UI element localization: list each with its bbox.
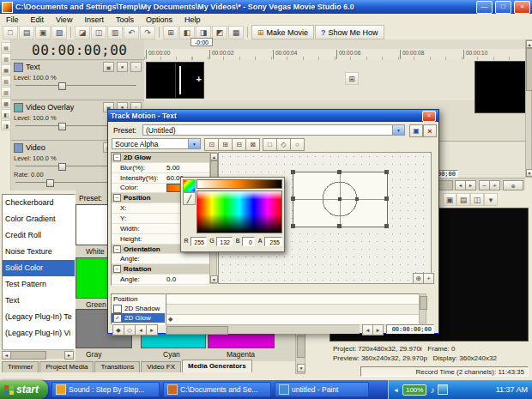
menu-tools[interactable]: Tools (110, 15, 140, 24)
properties-icon[interactable]: ▧ (51, 26, 67, 39)
cursor-position-flag[interactable]: -0:00 (190, 38, 213, 46)
taskbar-task-vegas[interactable]: C:\Documents and Se... (163, 382, 271, 397)
tray-collapse-icon[interactable]: ◄ (393, 387, 399, 393)
scroll-up-icon[interactable]: ▲ (526, 40, 532, 48)
prevent-y-movement-icon[interactable]: ◇ (276, 138, 291, 151)
undo-icon[interactable]: ↶ (124, 26, 139, 39)
track-fx-icon[interactable]: ▣ (103, 62, 114, 72)
menu-edit[interactable]: Edit (25, 15, 51, 24)
minimize-button[interactable]: — (476, 1, 493, 14)
window-titlebar[interactable]: C:\Documents and Settings\Temp\My Docume… (0, 0, 532, 14)
edit-tool-icon[interactable]: ▦ (228, 26, 244, 39)
paste-icon[interactable]: ▥ (107, 26, 123, 39)
scroll-right-icon[interactable]: ► (64, 351, 74, 360)
event-grid-icon[interactable]: ⊞ (345, 72, 359, 85)
list-item[interactable]: Test Pattern (3, 276, 75, 293)
color-space-icon[interactable] (183, 179, 196, 192)
insert-keyframe-icon[interactable]: ◆ (112, 324, 124, 336)
collapse-icon[interactable]: − (113, 154, 121, 161)
checkbox-2d-shadow[interactable] (113, 305, 122, 313)
pan-tool-icon[interactable]: + (423, 273, 434, 284)
kf-row-2d-shadow[interactable]: 2D Shadow (112, 304, 165, 313)
source-alpha-combobox[interactable]: Source Alpha ▼ (112, 138, 201, 149)
chevron-down-icon[interactable]: ▼ (188, 139, 200, 148)
maximize-button[interactable]: □ (495, 1, 511, 14)
edit-in-object-space-icon[interactable]: ⊡ (204, 138, 219, 151)
property-row-rotation-angle[interactable]: Angle:0.0 (112, 275, 209, 285)
prevent-scaling-icon[interactable]: ○ (290, 138, 305, 151)
taskbar-task-paint[interactable]: untitled - Paint (275, 382, 369, 397)
channel-r-input[interactable]: 255 (190, 237, 207, 246)
trimmer-icon[interactable]: ▥ (1, 53, 11, 63)
menu-help[interactable]: Help (178, 15, 207, 24)
track-header-text[interactable]: Text ▣ ● ▫ Level: 100.0 % (11, 60, 144, 100)
new-project-icon[interactable]: □ (3, 26, 18, 39)
media-pool-icon[interactable]: ▦ (1, 64, 11, 75)
checkbox-2d-glow[interactable]: ✓ (113, 314, 122, 323)
prev-keyframe-icon[interactable]: ◄ (135, 324, 147, 336)
chevron-down-icon[interactable]: ▼ (392, 125, 404, 135)
dialog-titlebar[interactable]: Track Motion - Text × (108, 110, 438, 122)
scroll-up-icon[interactable]: ▲ (210, 153, 218, 160)
collapse-icon[interactable]: − (113, 245, 121, 253)
lock-aspect-ratio-icon[interactable]: ⊠ (245, 138, 260, 151)
taskbar-task-sound[interactable]: Sound : Step By Step... (51, 382, 160, 397)
explorer-icon[interactable]: ▤ (1, 42, 11, 52)
tab-project-media[interactable]: Project Media (39, 361, 94, 372)
transitions-icon[interactable]: ▧ (1, 76, 11, 86)
menu-view[interactable]: View (50, 15, 78, 24)
save-preset-button[interactable]: ▣ (409, 124, 423, 137)
next-keyframe-icon[interactable]: ► (146, 324, 158, 336)
eyedropper-icon[interactable]: ╱ (183, 192, 196, 205)
channel-a-input[interactable]: 255 (264, 237, 282, 246)
close-button[interactable]: × (514, 1, 530, 14)
property-row-blur[interactable]: Blur(%):5.00 (112, 163, 209, 173)
scroll-down-icon[interactable]: ▼ (210, 275, 218, 283)
tab-video-fx[interactable]: Video FX (141, 361, 181, 372)
property-row-orientation-angle[interactable]: Angle: (112, 254, 209, 264)
kf-row-position[interactable]: Position (112, 294, 165, 304)
keyframe-lanes[interactable]: ◆ (166, 293, 420, 325)
collapse-icon[interactable]: − (113, 194, 121, 202)
move-handle-icon[interactable]: + (196, 74, 202, 84)
video-preview-icon[interactable]: ◨ (1, 120, 11, 130)
zoom-in-icon[interactable]: + (489, 180, 500, 190)
value-gradient-slider[interactable] (196, 179, 282, 189)
list-item[interactable]: Checkerboard (3, 195, 75, 211)
menu-options[interactable]: Options (140, 15, 178, 24)
solo-icon[interactable]: ▫ (130, 62, 142, 72)
rotation-handle[interactable] (355, 197, 359, 201)
enable-snapping-icon[interactable]: ⊞ (163, 26, 178, 39)
ignore-grouping-icon[interactable]: ◩ (212, 26, 227, 39)
enable-rotation-icon[interactable]: ⊟ (232, 138, 246, 151)
list-item[interactable]: (Legacy Plug-In) Te (3, 309, 75, 325)
preview-quality-icon[interactable]: ▤ (456, 193, 470, 206)
audio-mixer-icon[interactable]: ◧ (1, 109, 11, 119)
kf-row-2d-glow[interactable]: ✓2D Glow (112, 313, 165, 323)
scrollbar-thumb[interactable] (297, 336, 305, 358)
split-screen-icon[interactable]: ◫ (470, 193, 484, 206)
timeline-vertical-scrollbar[interactable]: ▲ ▼ (525, 39, 532, 178)
mute-icon[interactable]: ● (117, 62, 128, 72)
tab-transitions[interactable]: Transitions (94, 361, 140, 372)
tray-app-icon[interactable] (438, 384, 448, 395)
copy-icon[interactable]: ◫ (91, 26, 106, 39)
scroll-right-icon[interactable]: ► (372, 324, 384, 336)
tab-media-generators[interactable]: Media Generators (182, 360, 252, 372)
start-button[interactable]: start (0, 380, 48, 399)
list-item[interactable]: Color Gradient (3, 211, 75, 227)
section-rotation[interactable]: −Rotation (112, 264, 209, 275)
section-2d-glow[interactable]: −2D Glow (112, 153, 209, 163)
keyframe-hscrollbar[interactable] (166, 324, 360, 334)
scrollbar-thumb[interactable] (166, 326, 228, 335)
text-event-clip[interactable]: + (146, 62, 204, 99)
media-generators-icon[interactable]: ▩ (1, 98, 11, 108)
delete-keyframe-icon[interactable]: ◇ (124, 324, 136, 336)
menu-file[interactable]: File (0, 15, 25, 24)
preview-properties-icon[interactable]: ▣ (443, 193, 456, 206)
volume-icon[interactable]: ♪ (430, 385, 434, 395)
generator-list-hscrollbar[interactable]: ◄ ► (2, 349, 74, 359)
open-icon[interactable]: ▤ (19, 26, 34, 39)
list-item-selected[interactable]: Solid Color (3, 260, 75, 276)
keyframe-diamond-icon[interactable]: ◆ (168, 316, 172, 323)
